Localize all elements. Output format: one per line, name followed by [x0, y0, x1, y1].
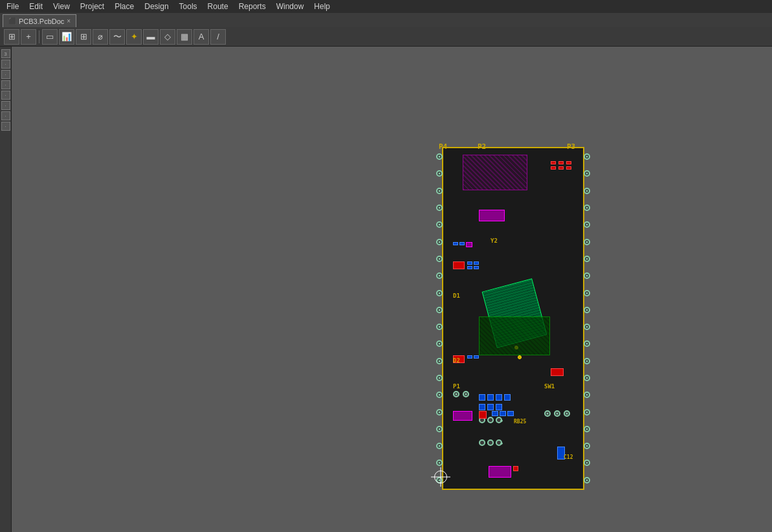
- star-button[interactable]: ✦: [126, 29, 142, 45]
- th-pad-l7: [436, 256, 443, 262]
- th-pad-l13: [436, 358, 443, 364]
- left-panel-item-7[interactable]: ·: [1, 111, 10, 120]
- bottom-purple-1: [453, 411, 472, 421]
- th-pad-l11: [436, 324, 443, 330]
- th-pad-l15: [436, 392, 443, 398]
- th-pad-r9: [584, 290, 590, 296]
- left-panel-item-1[interactable]: 3: [1, 49, 10, 58]
- smd-red-3: [566, 161, 571, 164]
- menu-view[interactable]: View: [48, 1, 75, 12]
- left-panel-item-8[interactable]: ·: [1, 122, 10, 131]
- filter-button[interactable]: ⊞: [4, 29, 19, 45]
- left-panel-item-2[interactable]: ·: [1, 60, 10, 69]
- left-panel-item-5[interactable]: ·: [1, 91, 10, 100]
- label-p2: P2: [478, 142, 486, 151]
- menu-place[interactable]: Place: [109, 1, 139, 12]
- th-pad-r5: [584, 221, 590, 228]
- smd-b6: [487, 404, 494, 410]
- d2-pad2: [474, 355, 479, 359]
- tab-icon: ⬛: [8, 17, 16, 25]
- left-panel-item-4[interactable]: ·: [1, 80, 10, 89]
- menu-reports[interactable]: Reports: [234, 1, 271, 12]
- smd-red-6: [566, 166, 571, 170]
- rb25-pad2: [554, 410, 560, 417]
- label-d2: D2: [453, 357, 460, 364]
- smd-b1: [479, 394, 485, 401]
- th-pad-l6: [436, 239, 443, 245]
- d1-pad1: [467, 261, 472, 265]
- menu-file[interactable]: File: [1, 1, 24, 12]
- th-pad-l18: [436, 443, 443, 449]
- usb-component: [489, 466, 511, 478]
- hatch-top: [463, 155, 527, 190]
- toolbar: ⊞ + ▭ 📊 ⊞ ⌀ 〜 ✦ ▬ ◇ ▦ A /: [0, 27, 772, 47]
- menu-window[interactable]: Window: [271, 1, 309, 12]
- text-button[interactable]: A: [193, 29, 209, 45]
- menu-route[interactable]: Route: [203, 1, 234, 12]
- bottom-blue-3: [507, 411, 514, 416]
- left-panel-item-6[interactable]: ·: [1, 101, 10, 110]
- label-sw1: SW1: [544, 383, 555, 390]
- label-rb25: RB25: [514, 419, 526, 425]
- bottom-red-1: [479, 411, 487, 419]
- smd-b7: [496, 404, 502, 410]
- left-panel-item-3[interactable]: ·: [1, 70, 10, 79]
- label-c12: C12: [564, 454, 573, 460]
- y2-area: [476, 206, 514, 226]
- rb25-pad3: [564, 410, 570, 417]
- th-pad-r4: [584, 205, 590, 211]
- th-pad-r2: [584, 170, 590, 177]
- p1-pad1: [453, 391, 459, 397]
- th-pad-r10: [584, 307, 590, 313]
- th-pad-r18: [584, 443, 590, 449]
- y2-component: [479, 210, 505, 221]
- smd-red-2: [558, 161, 564, 164]
- bottom-blue-2: [500, 411, 506, 416]
- th-pad-r6: [584, 239, 590, 245]
- pad-column-left: [436, 148, 443, 489]
- small-comps-top: [453, 242, 485, 258]
- smd-red-4: [551, 166, 556, 170]
- pad-button[interactable]: ▬: [143, 29, 159, 45]
- th-pad-l9: [436, 290, 443, 296]
- menu-project[interactable]: Project: [75, 1, 109, 12]
- pen-button[interactable]: /: [210, 29, 226, 45]
- chart-button[interactable]: 📊: [59, 29, 74, 45]
- wave-button[interactable]: 〜: [109, 29, 125, 45]
- tab-close-button[interactable]: ×: [67, 17, 71, 25]
- bottom-comps: [453, 411, 537, 450]
- d1-area: [453, 261, 482, 274]
- smd-red-1: [551, 161, 556, 164]
- th-pad-l2: [436, 170, 443, 177]
- menu-design[interactable]: Design: [139, 1, 173, 12]
- poly-button[interactable]: ◇: [160, 29, 175, 45]
- p1-area: [450, 388, 482, 407]
- th-pad-r11: [584, 324, 590, 330]
- label-d1: D1: [453, 293, 460, 299]
- canvas-area[interactable]: P4 P2 P3 Y2 D1 D2 P1 SW1 RB25 C12: [12, 47, 772, 532]
- th-pad-l14: [436, 375, 443, 381]
- p1-pad2: [463, 391, 469, 397]
- select-rect-button[interactable]: ▭: [42, 29, 58, 45]
- menu-help[interactable]: Help: [309, 1, 335, 12]
- menu-tools[interactable]: Tools: [174, 1, 203, 12]
- rb25-area: [541, 407, 580, 433]
- usb-area: [489, 463, 521, 482]
- th-pad-r8: [584, 272, 590, 279]
- add-button[interactable]: +: [21, 29, 36, 45]
- grid-button[interactable]: ⊞: [76, 29, 91, 45]
- pad-column-right: [583, 148, 591, 489]
- bar-button[interactable]: ▦: [177, 29, 192, 45]
- th-pad-r17: [584, 426, 590, 432]
- label-p1: P1: [453, 383, 460, 390]
- left-panel: 3 · · · · · · ·: [0, 47, 12, 532]
- th-pad-l17: [436, 426, 443, 432]
- menu-edit[interactable]: Edit: [24, 1, 48, 12]
- label-y2: Y2: [491, 238, 498, 244]
- route-button[interactable]: ⌀: [93, 29, 108, 45]
- smd-b2: [487, 394, 494, 401]
- tab-label: PCB3.PcbDoc: [19, 17, 64, 25]
- tab-pcb3[interactable]: ⬛ PCB3.PcbDoc ×: [3, 14, 76, 27]
- comp-blue-1: [453, 242, 458, 245]
- d2-pad1: [467, 355, 472, 359]
